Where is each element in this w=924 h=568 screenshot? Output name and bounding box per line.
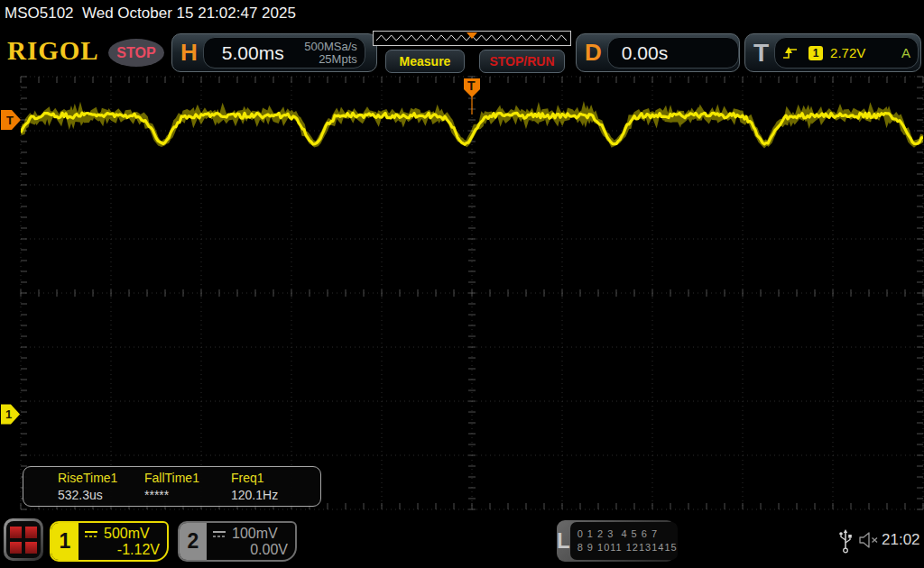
channel-1-scale: 500mV [104, 526, 150, 542]
measurement-item: RiseTime1 532.3us [58, 467, 144, 506]
channel-2-status[interactable]: 2 100mV 0.00V [178, 521, 297, 562]
delay-values: 0.00s [607, 37, 739, 69]
top-info-bar: MSO5102 Wed October 15 21:02:47 2025 [0, 0, 924, 27]
delay-value: 0.00s [622, 42, 668, 64]
header-bar: RIGOL STOP H 5.00ms 500MSa/s 25Mpts Meas… [0, 27, 924, 76]
delay-panel[interactable]: D 0.00s [576, 33, 740, 72]
trigger-source-badge: 1 [808, 46, 823, 60]
logic-analyzer-status[interactable]: L 0 1 2 3 4 5 6 7 8 9 1011 12131415 [557, 520, 675, 562]
measurement-label: RiseTime1 [58, 471, 144, 485]
model-and-datetime: MSO5102 Wed October 15 21:02:47 2025 [5, 5, 296, 23]
channel-2-scale: 100mV [232, 526, 278, 542]
channel-1-tab[interactable]: 1 [51, 523, 79, 560]
stop-run-button[interactable]: STOP/RUN [479, 50, 565, 73]
measurement-value: 532.3us [58, 488, 144, 502]
digital-channels-row1: 0 1 2 3 4 5 6 7 [578, 527, 678, 541]
logic-analyzer-label: L [557, 520, 570, 562]
timebase-value: 5.00ms [222, 42, 284, 64]
measure-button[interactable]: Measure [385, 50, 465, 73]
channel-1-values: 500mV -1.12V [79, 523, 167, 560]
svg-text:1: 1 [5, 408, 12, 421]
status-clock: 21:02 [882, 531, 920, 549]
channel-1-offset: -1.12V [79, 542, 167, 558]
trigger-level-value: 2.72V [830, 45, 865, 60]
trigger-panel[interactable]: T 1 2.72V A [744, 33, 921, 72]
dc-coupling-icon [212, 529, 227, 538]
channel-2-values: 100mV 0.00V [207, 523, 295, 560]
oscilloscope-screen: MSO5102 Wed October 15 21:02:47 2025 RIG… [0, 0, 924, 568]
measurement-label: Freq1 [231, 471, 318, 485]
channel-2-scale-row: 100mV [207, 526, 295, 542]
ch1-trace [21, 111, 923, 144]
channel-2-offset: 0.00V [207, 542, 295, 558]
scope-display-area: T1T RiseTime1 532.3us FallTime1 ***** Fr… [0, 76, 924, 510]
measurement-item: FallTime1 ***** [144, 467, 231, 506]
horizontal-settings-panel[interactable]: H 5.00ms 500MSa/s 25Mpts [171, 33, 377, 72]
svg-text:T: T [6, 114, 14, 127]
digital-channels-row2: 8 9 1011 12131415 [578, 541, 678, 554]
overview-zigzag [374, 32, 570, 45]
waveform-overview-strip[interactable] [373, 31, 571, 46]
menu-button[interactable] [4, 518, 43, 561]
memory-depth: 25Mpts [304, 53, 357, 66]
run-state-badge: STOP [108, 39, 164, 67]
channel-1-scale-row: 500mV [79, 526, 167, 542]
dc-coupling-icon [84, 529, 99, 538]
channel-1-ground-marker[interactable]: 1 [1, 404, 20, 424]
acquisition-info: 500MSa/s 25Mpts [304, 41, 357, 66]
horizontal-values: 5.00ms 500MSa/s 25Mpts [203, 37, 365, 69]
svg-text:T: T [467, 78, 476, 93]
trigger-level-marker[interactable]: T [1, 110, 21, 130]
rigol-logo: RIGOL [7, 36, 99, 66]
digital-channel-list: 0 1 2 3 4 5 6 7 8 9 1011 12131415 [570, 522, 678, 560]
muted-speaker-icon [858, 530, 880, 550]
usb-icon [838, 527, 853, 554]
measurement-results-box[interactable]: RiseTime1 532.3us FallTime1 ***** Freq1 … [23, 466, 321, 507]
measurement-item: Freq1 120.1Hz [231, 467, 318, 506]
trigger-values: 1 2.72V A [774, 37, 919, 69]
trigger-label: T [753, 39, 769, 68]
scope-svg: T1T [0, 76, 924, 510]
channel-1-status[interactable]: 1 500mV -1.12V [50, 521, 169, 562]
measurement-value: ***** [144, 488, 231, 502]
trigger-mode: A [901, 45, 910, 60]
trigger-position-marker[interactable]: T [464, 78, 480, 115]
bottom-status-bar: 1 500mV -1.12V 2 [0, 510, 924, 568]
sample-rate: 500MSa/s [304, 41, 357, 53]
channel-2-tab[interactable]: 2 [180, 523, 207, 560]
menu-icon [6, 521, 41, 558]
delay-label: D [585, 39, 602, 67]
horizontal-label: H [180, 39, 198, 67]
measurement-value: 120.1Hz [231, 488, 318, 502]
rising-edge-trigger-icon [782, 46, 798, 60]
measurement-label: FallTime1 [144, 471, 231, 485]
